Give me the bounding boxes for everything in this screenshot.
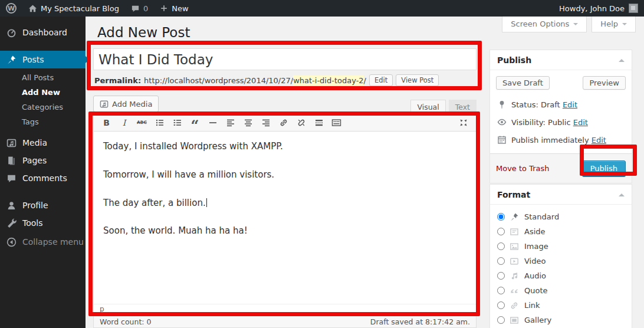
format-option-image[interactable]: Image: [490, 239, 632, 254]
bulleted-list-button[interactable]: [152, 116, 167, 130]
screen-options-button[interactable]: Screen Options: [502, 17, 587, 32]
bold-button[interactable]: B: [98, 116, 114, 130]
editor-content[interactable]: Today, I installed Wordpress with XAMPP.…: [94, 132, 476, 304]
preview-button[interactable]: Preview: [583, 76, 626, 90]
format-radio[interactable]: [497, 257, 505, 265]
collapse-arrow-icon: [5, 236, 17, 248]
move-to-trash-link[interactable]: Move to Trash: [496, 164, 550, 173]
howdy-label: Howdy, John Doe: [559, 4, 625, 13]
format-option-quote[interactable]: Quote: [490, 283, 632, 298]
minor-publishing-actions: Save Draft Preview: [490, 70, 632, 96]
post-title-input[interactable]: [93, 48, 477, 70]
format-option-standard[interactable]: Standard: [490, 209, 632, 224]
blockquote-button[interactable]: “: [187, 116, 203, 130]
sidebar-item-tools[interactable]: Tools: [0, 214, 86, 232]
italic-button[interactable]: I: [116, 116, 132, 130]
permalink-url: http://localhost/wordpress/2014/10/27/wh…: [144, 76, 366, 85]
remove-link-button[interactable]: [293, 116, 309, 130]
screen-meta-links: Screen Options Help: [502, 17, 636, 32]
format-option-aside[interactable]: Aside: [490, 224, 632, 239]
insert-more-tag-button[interactable]: [311, 116, 327, 130]
sidebar-item-profile[interactable]: Profile: [0, 196, 86, 214]
wordpress-logo-menu[interactable]: W: [0, 0, 22, 17]
horizontal-rule-button[interactable]: [205, 116, 221, 130]
post-visibility-value: Public: [548, 118, 570, 127]
post-status-value: Draft: [541, 100, 560, 109]
help-button[interactable]: Help: [592, 17, 636, 32]
comment-bubble-icon: [5, 172, 17, 184]
admin-bar-new[interactable]: New: [154, 0, 194, 17]
distraction-free-fullscreen-button[interactable]: [455, 116, 471, 130]
insert-link-button[interactable]: [275, 116, 291, 130]
numbered-list-button[interactable]: [169, 116, 185, 130]
tab-visual[interactable]: Visual: [410, 100, 445, 113]
paragraph: Soon, the world. Muah ha ha ha!: [103, 225, 466, 238]
tab-text[interactable]: Text: [449, 100, 477, 113]
sidebar-item-dashboard[interactable]: Dashboard: [0, 24, 86, 41]
home-icon: [28, 4, 37, 13]
collapse-toggle-icon[interactable]: [619, 191, 625, 196]
link-chain-icon: [510, 301, 520, 310]
view-post-button[interactable]: View Post: [396, 74, 439, 86]
sidebar-item-posts[interactable]: Posts: [0, 51, 86, 68]
post-status-row: Status: Draft Edit: [497, 96, 625, 113]
sidebar-item-media[interactable]: Media: [0, 134, 86, 152]
align-center-button[interactable]: [240, 116, 256, 130]
aside-icon: [510, 227, 520, 237]
calendar-icon: [497, 135, 507, 145]
edit-visibility-link[interactable]: Edit: [573, 118, 588, 127]
format-option-audio[interactable]: Audio: [490, 268, 632, 283]
image-icon: [510, 242, 520, 251]
quote-icon: [510, 286, 520, 296]
format-radio[interactable]: [497, 316, 505, 324]
format-radio[interactable]: [497, 242, 505, 250]
collapse-toggle-icon[interactable]: [619, 56, 625, 62]
admin-bar-comments[interactable]: 0: [125, 0, 154, 17]
major-publishing-actions: Move to Trash Publish: [490, 153, 632, 183]
permalink-slug[interactable]: what-i-did-today-2: [293, 76, 363, 86]
format-option-gallery[interactable]: Gallery: [490, 313, 632, 327]
format-radio[interactable]: [497, 228, 505, 235]
avatar: [629, 4, 638, 13]
edit-schedule-link[interactable]: Edit: [592, 136, 606, 145]
align-left-button[interactable]: [222, 116, 238, 130]
new-label: New: [172, 4, 188, 13]
editor-box: B I ABC “: [93, 113, 477, 314]
site-name-label: My Spectacular Blog: [41, 4, 119, 13]
menu-separator: [0, 187, 86, 196]
sidebar-item-comments[interactable]: Comments: [0, 169, 86, 187]
sidebar-item-tags[interactable]: Tags: [0, 114, 86, 129]
save-draft-button[interactable]: Save Draft: [496, 76, 550, 90]
pushpin-icon: [5, 54, 17, 65]
publish-button[interactable]: Publish: [582, 160, 626, 176]
toolbar-toggle-button[interactable]: [328, 116, 344, 130]
sidebar-label: Posts: [22, 55, 44, 64]
publish-panel-header[interactable]: Publish: [490, 50, 632, 70]
publish-panel-title: Publish: [497, 55, 531, 65]
word-count: Word count: 0: [100, 317, 152, 326]
format-panel-header[interactable]: Format: [490, 185, 632, 205]
sidebar-item-pages[interactable]: Pages: [0, 152, 86, 169]
sidebar-item-categories[interactable]: Categories: [0, 100, 86, 114]
wrench-icon: [5, 217, 17, 229]
admin-bar-left: W My Spectacular Blog 0 New: [0, 0, 195, 17]
video-icon: [510, 257, 520, 266]
format-radio[interactable]: [497, 287, 505, 294]
post-schedule-row: Publish immediately Edit: [497, 131, 625, 149]
edit-permalink-button[interactable]: Edit: [369, 74, 393, 86]
format-radio[interactable]: [497, 272, 505, 280]
format-option-video[interactable]: Video: [490, 254, 632, 268]
editor-element-path[interactable]: p: [94, 304, 476, 313]
format-option-link[interactable]: Link: [490, 298, 632, 313]
strikethrough-button[interactable]: ABC: [134, 116, 150, 130]
permalink-row: Permalink: http://localhost/wordpress/20…: [94, 73, 439, 88]
format-radio[interactable]: [497, 301, 505, 309]
admin-bar-account[interactable]: Howdy, John Doe: [559, 4, 644, 13]
align-right-button[interactable]: [258, 116, 274, 130]
site-name-link[interactable]: My Spectacular Blog: [22, 0, 125, 17]
sidebar-item-add-new[interactable]: Add New: [0, 85, 86, 100]
format-radio[interactable]: [497, 213, 505, 221]
edit-status-link[interactable]: Edit: [563, 100, 577, 109]
sidebar-item-all-posts[interactable]: All Posts: [0, 70, 86, 85]
sidebar-collapse-menu[interactable]: Collapse menu: [0, 233, 86, 251]
